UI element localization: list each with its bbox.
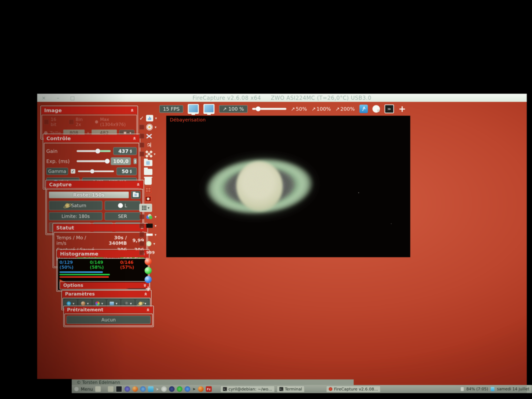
capture-panel-header[interactable]: Capture « [46,181,143,188]
spinner-icon[interactable]: ▲▼ [130,169,132,174]
checkbox[interactable] [139,125,144,130]
options-panel-header[interactable]: Options « [61,282,149,288]
add-tool-button[interactable]: + [139,285,157,292]
debian-icon[interactable] [125,386,130,392]
red-channel-button[interactable] [139,258,157,265]
preprocessing-none-button[interactable]: Aucun [66,316,151,324]
dark-frame-tool[interactable]: ▾ [139,222,157,229]
capture-limit-button[interactable]: Limite: 180s [49,212,102,220]
gain-value-box[interactable]: 437 ▲▼ [113,147,137,155]
spinner-icon[interactable]: ▲▼ [130,149,132,153]
tray-network-icon[interactable] [491,387,494,391]
flat-frame-tool[interactable]: ▾ [139,231,157,238]
gamma-value-box[interactable]: 50 ▲▼ [117,167,137,175]
menu-button[interactable]: Menu [81,386,93,392]
jupiter-tool[interactable]: ♃ [139,141,157,149]
app-icon[interactable] [169,386,175,392]
collapse-icon[interactable]: « [146,308,150,312]
delete-tool[interactable] [139,177,157,184]
taskbar-window-firecapture[interactable]: FireCapture v2.6.08... [326,386,380,392]
checkbox[interactable] [139,152,144,157]
minimize-icon[interactable]: – [57,95,59,101]
controle-panel-header[interactable]: Contrôle « [44,135,139,142]
checkbox[interactable] [139,250,144,255]
spinner-icon[interactable]: ▲▼ [133,158,137,164]
exposure-slider[interactable] [77,160,108,162]
checkbox[interactable] [139,143,144,147]
app-icon[interactable] [161,386,167,392]
gain-slider[interactable] [77,150,111,152]
camera-settings-icon[interactable] [373,105,380,113]
maximize-icon[interactable]: □ [70,95,75,101]
panel-title: Contrôle [46,135,71,141]
gamma-checkbox[interactable]: ✓ [71,169,75,174]
crop-tool[interactable] [139,133,157,140]
gamma-chip[interactable]: Gamma [46,168,68,175]
zoom-slider-thumb[interactable] [256,107,261,111]
blue-channel-button[interactable] [139,276,157,283]
gamma-preview-tool[interactable]: ▾ [139,240,157,247]
file-format-button[interactable]: SER [105,212,140,220]
open-capture-folder[interactable] [139,159,157,167]
camera-preview[interactable]: Débayerisation [166,116,410,257]
browser-icon[interactable] [140,386,146,392]
frame-counter-tool[interactable]: 999 [139,249,157,256]
image-panel-header[interactable]: Image « [42,107,137,114]
add-control-button[interactable]: + [399,106,406,112]
folder-icon[interactable] [108,386,114,392]
zoom-50-button[interactable]: ↗ 50% [291,106,307,112]
collapse-icon[interactable]: « [131,108,134,112]
alignment-tool[interactable]: ▾ [139,151,157,158]
pretraitement-panel-header[interactable]: Prétraitement « [64,307,153,313]
log-console-button[interactable]: ≫ [385,104,394,113]
taskbar-window-terminal2[interactable]: >_ Terminal [277,386,305,392]
app-icon[interactable] [198,386,203,392]
gain-slider-thumb[interactable] [95,149,100,153]
hot-pixel-tool[interactable] [139,195,157,203]
filezilla-icon[interactable]: Fz [206,386,212,392]
zoom-slider[interactable] [252,108,286,110]
checkbox[interactable] [139,232,144,237]
checkbox[interactable] [139,223,144,228]
debayer-tool[interactable]: ▾ [139,213,157,220]
collapse-icon[interactable]: « [133,137,137,140]
parametres-panel-header[interactable]: Paramètres « [63,291,151,297]
exposure-slider-thumb[interactable] [105,159,110,164]
filter-disc-icon [118,203,123,208]
app-icon[interactable] [177,386,182,392]
bit-depth-checkbox[interactable] [44,120,49,124]
reticle-tool[interactable]: ▾ [139,124,157,131]
capture-folder-button[interactable] [131,191,140,199]
firefox-icon[interactable] [132,386,138,392]
files-icon[interactable] [95,386,101,392]
checkbox[interactable] [139,134,144,139]
preview-window-button[interactable] [203,104,215,114]
exposure-value-box[interactable]: 100,0 [111,157,131,165]
close-icon[interactable]: × [42,95,46,101]
taskbar-window-terminal1[interactable]: >_ cyril@debian: ~/wo... [221,386,275,392]
bin-checkbox[interactable] [69,120,74,124]
filter-button[interactable]: L [105,201,140,210]
gamma-slider[interactable] [78,171,114,172]
zoom-level-button[interactable]: ↗ 100 % [219,105,247,113]
app-icon[interactable] [148,386,153,392]
gamma-slider-thumb[interactable] [90,169,94,173]
histogramme-panel-header[interactable]: Histogramme « [57,250,148,257]
checkbox[interactable] [139,241,144,246]
open-folder[interactable] [139,168,157,176]
zoom-200-button[interactable]: ↗ 200% [336,106,355,112]
collapse-icon[interactable]: « [144,292,148,296]
grid-overlay-tool-selected[interactable]: ▾ [139,204,157,211]
fullscreen-preview-button[interactable] [188,104,199,114]
max-resolution-radio[interactable] [95,120,98,124]
histogram-tool[interactable]: ✓ ▾ [139,114,157,122]
checkbox[interactable] [139,214,144,219]
green-channel-button[interactable] [139,267,157,274]
autorun-button[interactable] [359,105,368,113]
target-object-button[interactable]: Saturn [49,201,102,210]
statut-panel-header[interactable]: Statut « [54,224,147,231]
bad-pixel-map-tool[interactable] [139,186,157,193]
zoom-100-button[interactable]: ↗ 100% [311,106,331,112]
app-icon[interactable] [185,386,190,392]
terminal-icon[interactable] [116,386,122,392]
